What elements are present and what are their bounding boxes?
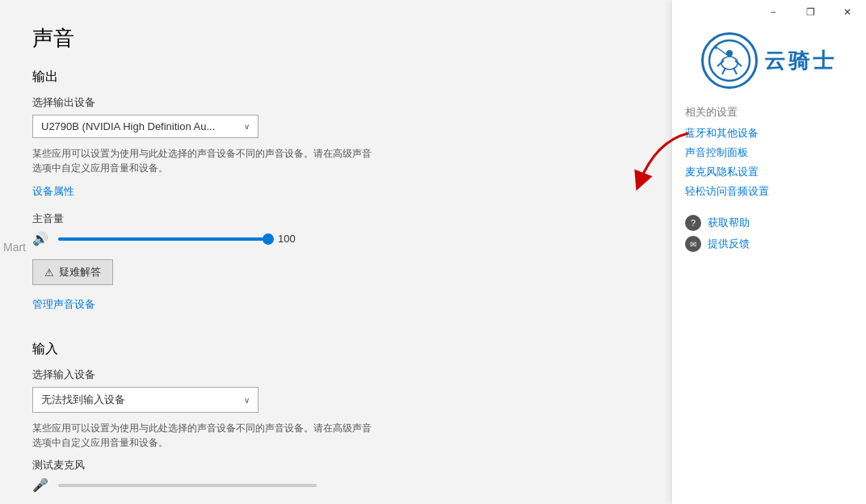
volume-value: 100 — [278, 233, 302, 245]
speaker-icon: 🔊 — [32, 231, 48, 246]
minimize-button[interactable]: − — [755, 0, 792, 24]
brand-logo: 云骑士 — [685, 32, 853, 89]
input-desc: 某些应用可以设置为使用与此处选择的声音设备不同的声音设备。请在高级声音选项中自定… — [32, 421, 372, 450]
manage-sound-link[interactable]: 管理声音设备 — [32, 297, 95, 312]
feedback-row[interactable]: ✉ 提供反馈 — [685, 236, 853, 252]
volume-slider[interactable] — [58, 237, 268, 241]
mic-privacy-link[interactable]: 麦克风隐私设置 — [685, 165, 853, 179]
chevron-down-icon: ∨ — [244, 122, 250, 131]
mic-level-bar — [58, 484, 317, 487]
mic-row: 🎤 — [32, 477, 517, 493]
output-section-title: 输出 — [32, 69, 517, 86]
help-icon: ? — [685, 215, 701, 231]
logo-circle — [701, 32, 758, 89]
input-device-value: 无法找到输入设备 — [41, 393, 244, 407]
microphone-icon: 🎤 — [32, 477, 48, 493]
main-content: 声音 输出 选择输出设备 U2790B (NVIDIA High Definit… — [0, 0, 549, 504]
svg-point-1 — [721, 57, 738, 69]
output-troubleshoot-button[interactable]: ⚠ 疑难解答 — [32, 259, 113, 285]
accessibility-audio-link[interactable]: 轻松访问音频设置 — [685, 184, 853, 199]
svg-line-3 — [717, 61, 724, 66]
horseman-icon — [708, 39, 751, 82]
output-device-dropdown[interactable]: U2790B (NVIDIA High Definition Au... ∨ — [32, 115, 259, 138]
input-section-title: 输入 — [32, 341, 517, 358]
svg-line-5 — [722, 68, 725, 74]
feedback-icon: ✉ — [685, 236, 701, 252]
watermark-text: Mart — [0, 239, 29, 255]
right-sidebar: 云骑士 相关的设置 蓝牙和其他设备 声音控制面板 麦克风隐私设置 轻松访问音频设… — [672, 0, 866, 504]
output-troubleshoot-label: 疑难解答 — [59, 265, 101, 279]
chevron-down-icon-2: ∨ — [244, 396, 250, 405]
mic-test-label: 测试麦克风 — [32, 458, 517, 472]
bluetooth-link[interactable]: 蓝牙和其他设备 — [685, 126, 853, 141]
sound-control-panel-link[interactable]: 声音控制面板 — [685, 145, 853, 160]
output-desc: 某些应用可以设置为使用与此处选择的声音设备不同的声音设备。请在高级声音选项中自定… — [32, 146, 372, 175]
volume-label: 主音量 — [32, 212, 517, 226]
output-device-label: 选择输出设备 — [32, 95, 517, 110]
window-chrome: − ❐ ✕ — [755, 0, 866, 24]
feedback-link[interactable]: 提供反馈 — [708, 237, 750, 251]
close-button[interactable]: ✕ — [829, 0, 866, 24]
restore-button[interactable]: ❐ — [792, 0, 829, 24]
get-help-link[interactable]: 获取帮助 — [708, 216, 750, 230]
output-device-value: U2790B (NVIDIA High Definition Au... — [41, 120, 244, 132]
warning-icon: ⚠ — [44, 267, 54, 279]
volume-fill — [58, 237, 268, 241]
logo-text: 云骑士 — [764, 47, 837, 75]
help-row[interactable]: ? 获取帮助 — [685, 215, 853, 231]
device-properties-link[interactable]: 设备属性 — [32, 184, 74, 199]
volume-thumb[interactable] — [263, 233, 274, 245]
volume-row: 🔊 100 — [32, 231, 517, 246]
svg-line-6 — [734, 68, 737, 74]
page-title: 声音 — [32, 24, 517, 52]
svg-line-4 — [735, 61, 742, 66]
related-settings-title: 相关的设置 — [685, 105, 853, 120]
input-device-dropdown[interactable]: 无法找到输入设备 ∨ — [32, 387, 259, 413]
input-device-label: 选择输入设备 — [32, 368, 517, 382]
